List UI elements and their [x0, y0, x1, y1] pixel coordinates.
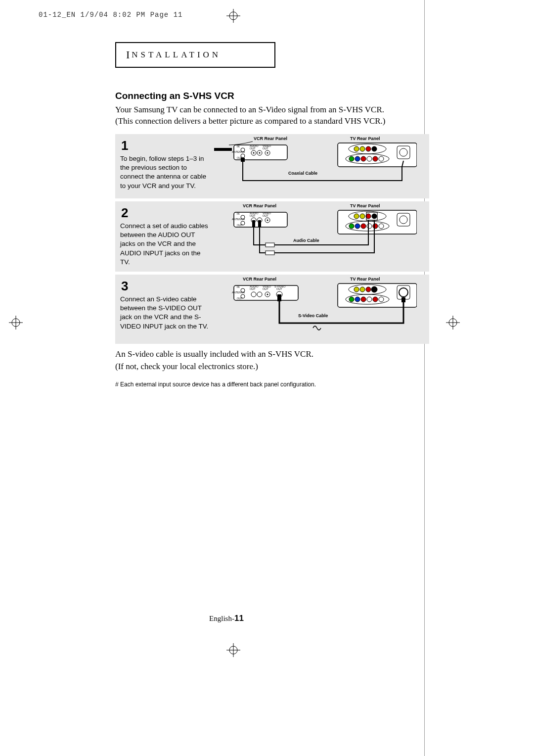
step-block: 1 To begin, follow steps 1–3 in the prev…	[115, 134, 429, 198]
svg-point-37	[355, 156, 360, 161]
svg-text:ANTENNA: ANTENNA	[232, 218, 245, 221]
svg-point-58	[267, 219, 268, 221]
footer-page-number: 11	[234, 614, 244, 623]
svg-point-99	[354, 287, 359, 292]
svg-text:OUT: OUT	[263, 147, 268, 150]
svg-rect-75	[397, 213, 410, 226]
svg-point-109	[379, 297, 384, 302]
svg-rect-59	[252, 220, 255, 227]
svg-text:ANTENNA: ANTENNA	[232, 291, 245, 294]
svg-text:OUT: OUT	[237, 297, 243, 300]
footnote: # Each external input source device has …	[115, 381, 429, 388]
cable-label: Coaxial Cable	[288, 171, 317, 176]
svg-text:OUT: OUT	[263, 214, 268, 217]
section-label: NSTALLATION	[132, 50, 221, 60]
svg-point-70	[355, 224, 360, 229]
cable-label: Audio Cable	[293, 238, 319, 243]
step-block: 3 Connect an S-video cable between the S…	[115, 275, 429, 344]
vcr-label: VCR Rear Panel	[254, 136, 287, 141]
svg-point-31	[354, 146, 359, 151]
svg-point-74	[379, 224, 384, 229]
svg-text:OUT: OUT	[263, 287, 268, 290]
note-line: (If not, check your local electronics st…	[115, 362, 258, 371]
page-title: Connecting an S-VHS VCR	[115, 91, 429, 101]
svg-point-64	[360, 214, 365, 219]
vcr-label: VCR Rear Panel	[243, 203, 276, 208]
intro-line: (This connection delivers a better pictu…	[115, 116, 386, 126]
svg-point-69	[349, 224, 354, 229]
svg-text:OUT: OUT	[250, 287, 256, 290]
svg-point-105	[355, 297, 360, 302]
svg-point-23	[253, 152, 255, 153]
svg-point-32	[360, 146, 365, 151]
svg-rect-42	[397, 146, 410, 159]
step-block: 2 Connect a set of audio cables between …	[115, 201, 429, 272]
svg-point-25	[259, 152, 261, 153]
svg-point-36	[349, 156, 354, 161]
print-job-info: 01-12_EN 1/9/04 8:02 PM Page 11	[39, 11, 182, 19]
step-text: Connect a set of audio cables between th…	[120, 222, 209, 267]
step-text: Connect an S-video cable between the S-V…	[120, 295, 209, 331]
svg-point-34	[372, 146, 377, 151]
note-line: An S-video cable is usually included wit…	[115, 349, 313, 359]
svg-point-100	[360, 287, 365, 292]
svg-text:OUT: OUT	[250, 147, 256, 150]
registration-mark-icon	[9, 316, 23, 330]
svg-rect-78	[266, 251, 274, 255]
svg-rect-77	[266, 243, 274, 247]
registration-mark-icon	[226, 9, 240, 23]
svg-text:OUT: OUT	[250, 214, 256, 217]
wiring-diagram: VCR Rear Panel IN ANTENNA OUT AUDIOOUT V…	[214, 277, 417, 341]
svg-point-33	[366, 146, 371, 151]
svg-rect-96	[277, 294, 281, 301]
svg-point-39	[367, 156, 372, 161]
svg-text:IN: IN	[237, 285, 240, 288]
svg-point-38	[361, 156, 366, 161]
intro-text: Your Samsung TV can be connected to an S…	[115, 104, 429, 127]
svg-point-72	[367, 224, 372, 229]
page-footer: English-11	[29, 614, 424, 623]
svg-point-73	[373, 224, 378, 229]
svg-rect-112	[401, 297, 405, 302]
sheet: 01-12_EN 1/9/04 8:02 PM Page 11 I NSTALL…	[29, 0, 425, 756]
svg-point-71	[361, 224, 366, 229]
svg-point-66	[372, 214, 377, 219]
svg-point-106	[361, 297, 366, 302]
svg-rect-28	[214, 148, 232, 151]
svg-text:OUT: OUT	[237, 224, 243, 227]
svg-point-108	[373, 297, 378, 302]
svg-text:OUT: OUT	[276, 287, 282, 290]
tv-label: TV Rear Panel	[350, 277, 380, 282]
svg-point-27	[267, 152, 268, 153]
step-text: To begin, follow steps 1–3 in the previo…	[120, 154, 209, 190]
wiring-diagram: VCR Rear Panel IN ANTENNA OUT AUDIOOUT V…	[214, 203, 417, 268]
tv-label: TV Rear Panel	[350, 136, 380, 141]
wiring-diagram: VCR Rear Panel IN ANTENNA OUT AUDIO OUT …	[214, 136, 417, 194]
cable-label: S-Video Cable	[298, 313, 328, 318]
svg-point-104	[349, 297, 354, 302]
page-content: I NSTALLATION Connecting an S-VHS VCR Yo…	[115, 42, 429, 388]
intro-line: Your Samsung TV can be connected to an S…	[115, 105, 384, 114]
registration-mark-icon	[226, 643, 240, 657]
svg-point-107	[367, 297, 372, 302]
svg-point-41	[379, 156, 384, 161]
vcr-label: VCR Rear Panel	[243, 277, 276, 282]
svg-point-63	[354, 214, 359, 219]
footer-label: English-	[209, 614, 234, 622]
svg-rect-60	[258, 220, 261, 227]
svg-text:IN: IN	[237, 145, 240, 148]
svg-rect-44	[241, 158, 245, 162]
svg-point-40	[373, 156, 378, 161]
svg-text:IN: IN	[237, 212, 240, 215]
section-header: I NSTALLATION	[115, 42, 275, 68]
svg-point-101	[366, 287, 371, 292]
section-initial: I	[126, 48, 130, 61]
after-steps-text: An S-video cable is usually included wit…	[115, 348, 429, 373]
registration-mark-icon	[446, 316, 460, 330]
svg-point-94	[267, 293, 268, 295]
tv-label: TV Rear Panel	[350, 203, 380, 208]
svg-text:ANTENNA: ANTENNA	[232, 150, 245, 153]
svg-point-102	[371, 286, 377, 292]
